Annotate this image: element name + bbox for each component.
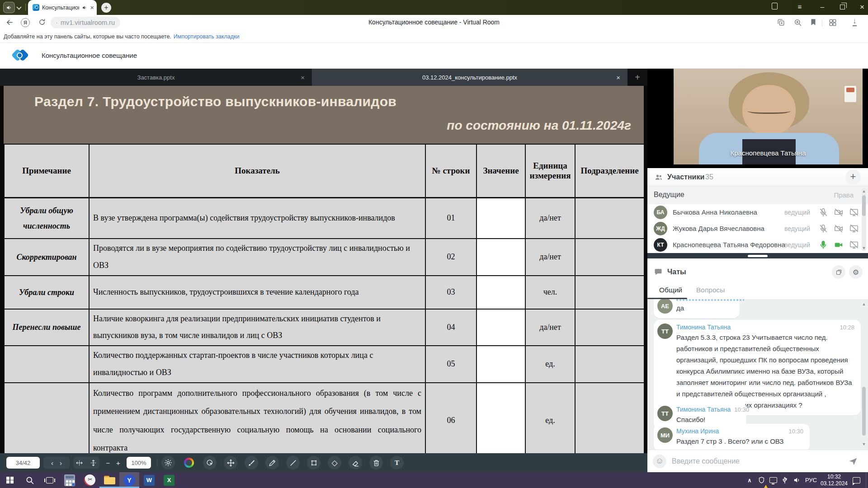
mic-off-icon[interactable] [818,224,828,234]
color-picker-button[interactable] [182,456,196,469]
network-tray-icon[interactable] [768,472,778,488]
language-indicator[interactable]: РУС [803,472,819,488]
text-tool-button[interactable]: T [390,456,404,469]
next-slide-button[interactable]: › [60,459,62,467]
cell-unit: да/нет [525,239,575,276]
screen-off-icon[interactable] [849,240,859,250]
participants-header: Участники 35 + [647,168,868,186]
import-bookmarks-link[interactable]: Импортировать закладки [174,33,240,40]
close-window-button[interactable]: × [856,3,868,12]
camera-off-icon[interactable] [834,207,844,217]
volume-tray-icon[interactable] [791,472,802,488]
participant-row[interactable]: ЖД Жукова Дарья Вячеславовна ведущий [647,221,868,237]
copy-tab-icon[interactable] [777,18,785,27]
scroll-up-icon[interactable]: ▲ [862,189,866,193]
avatar: ТТ [657,406,673,421]
message-time: 10:30 [788,428,803,435]
page-indicator[interactable]: 34/42 [6,457,40,469]
delete-annotations-button[interactable] [369,456,383,469]
emoji-button[interactable]: ☺ [653,455,666,468]
avatar: ТТ [657,324,673,339]
screen-off-icon[interactable] [849,224,859,234]
zoom-out-button[interactable]: − [106,459,110,467]
scroll-down-icon[interactable]: ▼ [862,442,866,446]
start-button[interactable] [0,472,20,488]
prev-slide-button[interactable]: ‹ [51,459,53,467]
taskbar-app-word[interactable]: W [139,472,159,488]
taskbar-app-excel[interactable]: X [159,472,179,488]
presentation-tab-zastavka[interactable]: Заставка.pptx × [0,69,312,86]
scroll-up-icon[interactable]: ▲ [862,302,866,306]
participant-row[interactable]: КТ Краснопевцева Татьяна Федоровна ведущ… [647,237,868,253]
mic-on-icon[interactable] [818,240,828,250]
participant-role: ведущий [784,225,810,232]
presentation-tab-consulting[interactable]: 03.12.2024_консультирование.pptx × [312,69,627,86]
shape-tool-button[interactable]: ◇ [328,456,341,469]
taskbar-app-snipping-tool[interactable]: ✂ [80,472,99,488]
fit-height-button[interactable] [90,459,97,467]
downloads-icon[interactable]: ↓ [853,17,857,26]
mic-off-icon[interactable] [818,207,828,217]
tab-list-chevron[interactable] [17,5,23,10]
panel-resize-handle[interactable] [647,253,868,258]
brush-tool-button[interactable] [245,456,258,469]
scrollbar-thumb[interactable] [862,387,866,436]
pan-tool-button[interactable] [224,456,237,469]
camera-on-icon[interactable] [834,240,844,250]
security-tray-icon[interactable] [756,472,767,488]
side-panel-icon[interactable] [769,2,780,10]
participant-row[interactable]: БА Бычкова Анна Николаевна ведущий [647,204,868,221]
search-button[interactable] [20,472,40,488]
fit-width-button[interactable] [75,459,83,467]
tab-sound-button[interactable] [3,2,15,13]
chat-scrollbar[interactable]: ▲ ▼ [862,301,866,447]
yandex-home-button[interactable]: Я [21,18,30,27]
close-presentation-icon[interactable]: × [616,74,620,81]
new-tab-button[interactable]: + [101,3,111,13]
taskbar-app-yandex-browser[interactable]: Y [119,472,139,488]
add-presentation-button[interactable]: + [627,69,647,86]
taskbar-app-file-explorer[interactable] [99,472,119,488]
restore-window-button[interactable] [836,2,848,10]
zoom-page-icon[interactable] [793,18,802,27]
zoom-in-button[interactable]: + [116,459,120,467]
address-box[interactable]: mv1.virtualroom.ru [51,17,120,28]
back-button[interactable] [5,18,14,27]
close-presentation-icon[interactable]: × [301,74,305,81]
screen-off-icon[interactable] [849,207,859,217]
clock[interactable]: 10:32 03.12.2024 [819,472,849,488]
add-participant-button[interactable]: + [845,169,861,185]
bookmark-page-icon[interactable] [809,18,817,26]
col-header-rowno: № строки [425,144,476,197]
show-desktop-button[interactable] [866,472,868,488]
tab-close-icon[interactable]: × [90,4,94,11]
annotation-settings-button[interactable] [161,456,175,469]
camera-off-icon[interactable] [834,224,844,234]
frame-tool-button[interactable] [307,456,321,469]
collections-icon[interactable] [828,18,837,27]
browser-menu-button[interactable]: ≡ [794,3,806,10]
zoom-level[interactable]: 100% [127,457,151,469]
minimize-button[interactable]: _ [816,0,828,8]
action-center-button[interactable] [850,472,863,488]
laser-pointer-button[interactable] [203,456,217,469]
move-icon [226,459,235,467]
chat-tab-general[interactable]: Общий [659,286,682,294]
eraser-tool-button[interactable] [349,456,362,469]
taskbar-app-calculator[interactable] [60,472,80,488]
usb-tray-icon[interactable] [779,472,790,488]
refresh-button[interactable] [38,18,46,26]
task-view-button[interactable] [40,472,60,488]
browser-tab[interactable]: Консультационное с × [28,0,97,15]
chat-tab-questions[interactable]: Вопросы [696,286,725,294]
send-button[interactable] [848,456,858,466]
tray-expand-button[interactable]: ∧ [744,472,755,488]
rights-link[interactable]: Права [834,191,854,199]
chat-settings-button[interactable]: ⚙ [849,265,863,279]
pen-tool-button[interactable] [265,456,279,469]
avatar: АЕ [657,298,673,314]
line-tool-button[interactable] [286,456,300,469]
message-input[interactable] [672,455,821,468]
tab-audio-icon[interactable] [82,5,87,10]
chat-popout-button[interactable] [832,265,845,279]
